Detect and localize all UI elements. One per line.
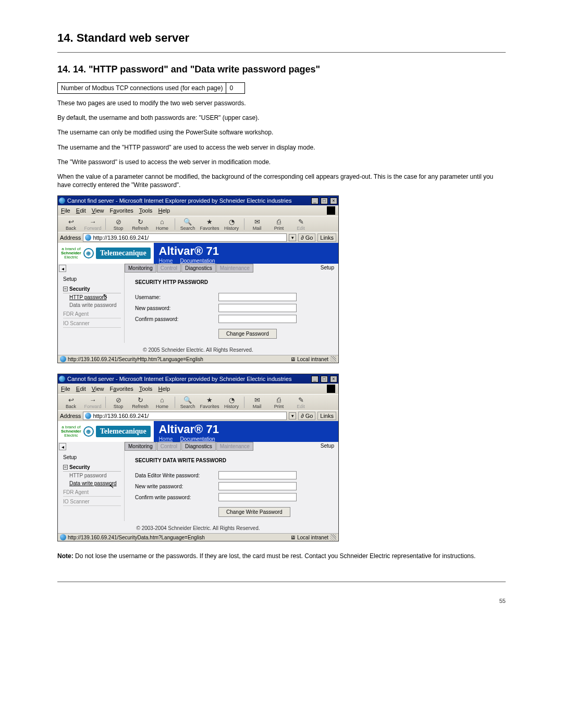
edit-button[interactable]: ✎Edit [290,217,312,231]
links-button[interactable]: Links [317,233,336,242]
close-button[interactable]: × [330,198,337,204]
note-text: Do not lose the username or the password… [74,552,476,560]
go-button[interactable]: ∂ Go [298,233,315,242]
paragraph: These two pages are used to modify the t… [57,99,506,107]
paragraph: The username and the "HTTP password" are… [57,143,506,152]
tab-diagnostics[interactable]: Diagnostics [181,264,216,273]
sidebar-item-http-password[interactable]: HTTP password [63,472,121,479]
brand-block: a brand ofSchneiderElectric ⊕ Telemecani… [58,421,154,442]
section-heading: 14. Standard web server [57,31,506,45]
page-content: a brand ofSchneiderElectric ⊕ Telemecani… [58,421,338,533]
stop-button[interactable]: ⊘Stop [107,217,129,231]
edit-button[interactable]: ✎Edit [290,396,312,409]
input-confirm-password[interactable] [218,315,297,323]
menu-help[interactable]: Help [158,386,170,392]
go-button[interactable]: ∂ Go [298,412,315,420]
sidebar-item-data-write-password[interactable]: Data write password [63,301,121,309]
nav-documentation[interactable]: Documentation [180,436,215,442]
nav-home[interactable]: Home [159,436,173,442]
menu-favorites[interactable]: Favorites [110,207,133,214]
tab-setup-right[interactable]: Setup [316,442,338,451]
sidebar-group-security[interactable]: −Security [63,463,121,472]
menu-edit[interactable]: Edit [76,386,86,392]
stop-button[interactable]: ⊘Stop [107,396,129,409]
sidebar-item-io-scanner[interactable]: IO Scanner [63,318,121,328]
menu-tools[interactable]: Tools [139,207,153,214]
refresh-button[interactable]: ↻Refresh [129,217,151,231]
back-button[interactable]: ↩Back [60,217,82,231]
address-dropdown-icon[interactable]: ▼ [289,412,296,419]
tab-monitoring[interactable]: Monitoring [125,442,156,451]
ie-title-bar: Cannot find server - Microsoft Internet … [58,374,338,384]
footer-rule [57,582,506,582]
tab-maintenance[interactable]: Maintenance [216,264,253,273]
links-button[interactable]: Links [317,412,336,420]
input-data-editor-write-password[interactable] [218,471,297,479]
sidebar-item-data-write-password[interactable]: Data write password [63,479,121,487]
maximize-button[interactable]: □ [321,198,328,204]
form-area: SECURITY DATA WRITE PASSWORD Data Editor… [125,451,338,521]
sidebar-item-io-scanner[interactable]: IO Scanner [63,497,121,506]
minimize-button[interactable]: _ [311,376,319,382]
status-page-icon [60,356,66,362]
search-button[interactable]: 🔍Search [177,217,199,231]
menu-edit[interactable]: Edit [76,207,86,214]
paragraph: When the value of a parameter cannot be … [57,172,506,189]
nav-documentation[interactable]: Documentation [180,258,215,264]
home-button[interactable]: ⌂Home [151,396,173,409]
home-button[interactable]: ⌂Home [151,217,173,231]
change-password-button[interactable]: Change Password [218,329,277,339]
input-username[interactable] [218,293,297,301]
back-button[interactable]: ↩Back [60,396,82,409]
history-button[interactable]: ◔History [221,217,242,231]
sidebar-item-http-password[interactable]: HTTP password [63,293,121,301]
forward-button[interactable]: →Forward [82,217,104,231]
input-new-write-password[interactable] [218,482,297,490]
refresh-button[interactable]: ↻Refresh [129,396,151,409]
tab-control[interactable]: Control [157,264,181,273]
favorites-button[interactable]: ★Favorites [199,217,221,231]
sidebar-item-fdr-agent[interactable]: FDR Agent [63,309,121,318]
tcp-label: Number of Modbus TCP connections used (f… [58,83,226,94]
subsection-heading: 14. 14. "HTTP password" and "Data write … [57,64,506,75]
tab-control[interactable]: Control [157,442,181,451]
page-icon [85,413,91,419]
tab-setup-right[interactable]: Setup [316,264,338,273]
minimize-button[interactable]: _ [311,198,319,204]
input-confirm-write-password[interactable] [218,493,297,501]
maximize-button[interactable]: □ [321,376,328,382]
nav-home[interactable]: Home [159,258,173,264]
nav-left-icon[interactable]: ◂ [59,443,66,450]
tele-mark-icon: ⊕ [83,426,94,437]
input-new-password[interactable] [218,304,297,312]
menu-view[interactable]: View [92,386,104,392]
screenshot-data-write-password: Cannot find server - Microsoft Internet … [57,374,339,541]
mail-button[interactable]: ✉Mail [246,217,268,231]
print-button[interactable]: ⎙Print [268,217,290,231]
tcp-value: 0 [226,83,245,94]
address-input[interactable]: http://139.160.69.241/ [83,412,287,420]
close-button[interactable]: × [330,376,337,382]
search-button[interactable]: 🔍Search [177,396,199,409]
mail-button[interactable]: ✉Mail [246,396,268,409]
print-button[interactable]: ⎙Print [268,396,290,409]
menu-file[interactable]: File [61,207,70,214]
history-button[interactable]: ◔History [221,396,242,409]
menu-tools[interactable]: Tools [139,386,153,392]
sidebar-item-fdr-agent[interactable]: FDR Agent [63,487,121,497]
forward-button[interactable]: →Forward [82,396,104,409]
ie-title-bar: Cannot find server - Microsoft Internet … [58,196,338,205]
menu-favorites[interactable]: Favorites [110,386,133,392]
address-dropdown-icon[interactable]: ▼ [289,234,296,241]
tab-maintenance[interactable]: Maintenance [216,442,253,451]
menu-file[interactable]: File [61,386,70,392]
sidebar-group-security[interactable]: −Security [63,285,121,293]
change-write-password-button[interactable]: Change Write Password [218,507,290,517]
address-input[interactable]: http://139.160.69.241/ [83,233,287,242]
nav-left-icon[interactable]: ◂ [59,265,66,272]
tab-monitoring[interactable]: Monitoring [125,264,156,273]
menu-view[interactable]: View [92,207,104,214]
tab-diagnostics[interactable]: Diagnostics [181,442,216,451]
menu-help[interactable]: Help [158,207,170,214]
favorites-button[interactable]: ★Favorites [199,396,221,409]
